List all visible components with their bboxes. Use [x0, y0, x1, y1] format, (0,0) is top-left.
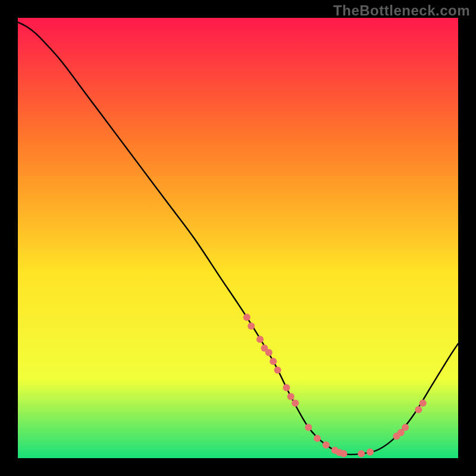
- curve-marker: [367, 449, 374, 456]
- curve-marker: [270, 358, 277, 365]
- curve-marker: [402, 424, 409, 431]
- curve-marker: [415, 406, 422, 414]
- watermark-text: TheBottleneck.com: [333, 2, 470, 19]
- curve-marker: [243, 314, 250, 321]
- curve-marker: [322, 441, 330, 449]
- plot-area: [18, 18, 458, 458]
- curve-marker: [256, 336, 264, 343]
- curve-marker: [274, 367, 281, 374]
- curve-marker: [265, 349, 273, 356]
- bottleneck-chart: [18, 18, 458, 458]
- curve-marker: [287, 393, 295, 400]
- curve-marker: [305, 424, 312, 431]
- curve-marker: [314, 435, 321, 442]
- curve-marker: [419, 400, 427, 407]
- curve-marker: [292, 400, 299, 407]
- curve-marker: [248, 322, 255, 330]
- chart-frame: TheBottleneck.com: [0, 0, 476, 476]
- curve-marker: [340, 450, 347, 458]
- curve-marker: [283, 384, 290, 392]
- gradient-background: [18, 18, 458, 458]
- curve-marker: [358, 450, 365, 458]
